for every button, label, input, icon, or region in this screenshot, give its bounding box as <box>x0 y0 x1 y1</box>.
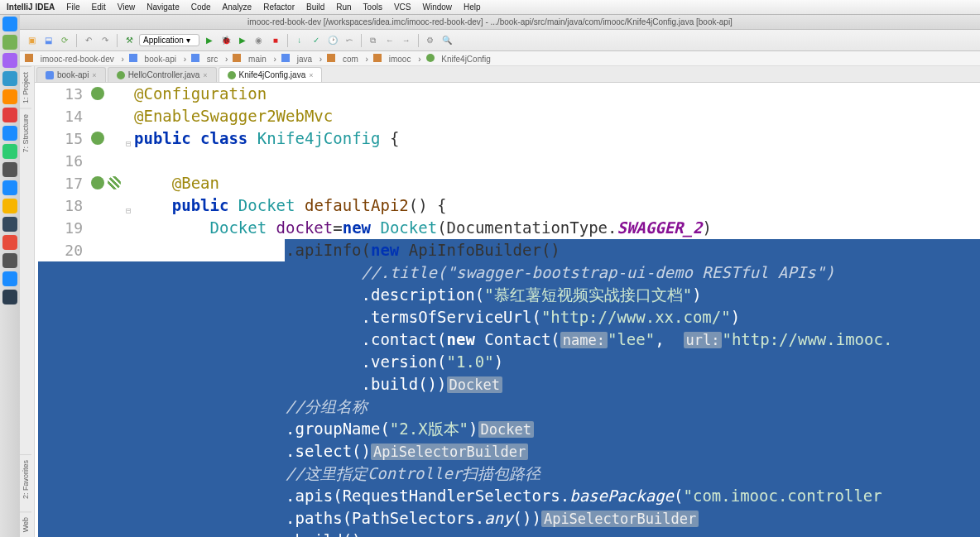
code-line[interactable] <box>134 150 980 172</box>
code-line[interactable]: @EnableSwagger2WebMvc <box>134 105 980 127</box>
sync-icon[interactable]: ⟳ <box>58 34 71 47</box>
dock-app-icon[interactable] <box>2 271 17 286</box>
dock-app-icon[interactable] <box>2 253 17 268</box>
code-line[interactable]: public class Knife4jConfig { <box>134 127 980 150</box>
run-icon[interactable]: ▶ <box>203 34 216 47</box>
code-line[interactable]: .termsOfServiceUrl("http://www.xx.com/") <box>134 306 980 328</box>
editor-tab-active[interactable]: Knife4jConfig.java× <box>219 67 323 82</box>
dock-app-icon[interactable] <box>2 162 17 177</box>
editor-tabs: book-api× HelloController.java× Knife4jC… <box>35 66 980 83</box>
search-icon[interactable]: 🔍 <box>440 34 454 47</box>
dock-app-icon[interactable] <box>2 199 17 213</box>
gutter-run-icon[interactable] <box>91 87 104 100</box>
menu-vcs[interactable]: VCS <box>394 2 411 12</box>
vcs-update-icon[interactable]: ↓ <box>293 34 306 47</box>
close-icon[interactable]: × <box>203 71 207 79</box>
menu-view[interactable]: View <box>118 2 136 12</box>
code-line[interactable]: .build())Docket <box>134 373 980 396</box>
dock-app-icon[interactable] <box>2 235 17 250</box>
close-icon[interactable]: × <box>92 71 96 79</box>
tab-project[interactable]: 1: Project <box>20 66 31 108</box>
gutter-run-icon[interactable] <box>108 176 121 189</box>
dock-app-icon[interactable] <box>2 71 17 86</box>
dock-app-icon[interactable] <box>2 217 17 232</box>
vcs-history-icon[interactable]: 🕑 <box>326 34 339 47</box>
menu-tools[interactable]: Tools <box>363 2 382 12</box>
bc-file[interactable]: Knife4jConfig <box>426 54 496 64</box>
code-line[interactable]: .paths(PathSelectors.any())ApiSelectorBu… <box>134 507 980 530</box>
menu-edit[interactable]: Edit <box>91 2 105 12</box>
editor-tab[interactable]: book-api× <box>36 67 106 82</box>
tab-web[interactable]: Web <box>20 511 31 537</box>
vcs-commit-icon[interactable]: ✓ <box>310 34 323 47</box>
vcs-revert-icon[interactable]: ⤺ <box>343 34 356 47</box>
code-line[interactable]: @Configuration <box>134 83 980 105</box>
code-line[interactable]: @Bean <box>134 172 980 194</box>
bc-src[interactable]: src › <box>191 54 228 64</box>
dock-app-icon[interactable] <box>2 180 17 195</box>
dock-app-icon[interactable] <box>2 53 17 68</box>
gutter-run-icon[interactable] <box>91 176 104 189</box>
code-line[interactable]: public Docket defaultApi2() { <box>134 194 980 217</box>
dock-app-icon[interactable] <box>2 108 17 122</box>
bc-main[interactable]: main › <box>233 54 276 64</box>
fold-indicator-icon[interactable]: ⊟ <box>126 199 132 222</box>
code-line[interactable]: .apis(RequestHandlerSelectors.basePackag… <box>134 485 980 507</box>
editor-tab[interactable]: HelloController.java× <box>108 67 217 82</box>
bc-imooc[interactable]: imooc › <box>373 54 421 64</box>
code-editor[interactable]: 1314151617181920212223242526272829303132… <box>35 83 980 537</box>
redo-icon[interactable]: ↷ <box>98 34 112 47</box>
menu-help[interactable]: Help <box>464 2 481 12</box>
code-line[interactable]: .description("慕红薯短视频实战接口文档") <box>134 284 980 306</box>
menu-build[interactable]: Build <box>306 2 324 12</box>
code-line[interactable]: //分组名称 <box>134 396 980 418</box>
dock-app-icon[interactable] <box>2 126 17 141</box>
stop-icon[interactable]: ■ <box>269 34 282 47</box>
close-icon[interactable]: × <box>309 71 313 79</box>
menu-analyze[interactable]: Analyze <box>223 2 252 12</box>
forward-icon[interactable]: → <box>400 34 413 47</box>
dock-app-icon[interactable] <box>2 17 17 31</box>
code-line[interactable]: .build(); <box>134 530 980 537</box>
menu-code[interactable]: Code <box>191 2 211 12</box>
menu-refactor[interactable]: Refactor <box>263 2 295 12</box>
dock-app-icon[interactable] <box>2 144 17 159</box>
code-line[interactable]: //这里指定Controller扫描包路径 <box>134 463 980 485</box>
save-icon[interactable]: ⬓ <box>41 34 55 47</box>
gutter-run-icon[interactable] <box>91 132 104 145</box>
code-line[interactable]: //.title("swagger-bootstrap-ui-demo REST… <box>134 261 980 284</box>
open-icon[interactable]: ▣ <box>25 34 38 47</box>
code-line[interactable]: .contact(new Contact(name:"lee", url:"ht… <box>134 328 980 351</box>
dock-app-icon[interactable] <box>2 290 17 304</box>
code-line[interactable]: Docket docket=new Docket(DocumentationTy… <box>134 217 980 239</box>
back-icon[interactable]: ← <box>383 34 396 47</box>
fold-indicator-icon[interactable]: ⊟ <box>126 132 132 155</box>
menu-window[interactable]: Window <box>423 2 453 12</box>
structure-icon[interactable]: ⧉ <box>367 34 380 47</box>
settings-icon[interactable]: ⚙ <box>424 34 437 47</box>
menu-run[interactable]: Run <box>336 2 351 12</box>
left-tool-window-bar: 1: Project 7: Structure 2: Favorites Web <box>20 66 35 537</box>
editor-tab-label: Knife4jConfig.java <box>239 70 306 79</box>
dock-app-icon[interactable] <box>2 35 17 50</box>
menu-file[interactable]: File <box>66 2 79 12</box>
window-title: imooc-red-book-dev [/workspaces/idea.imc… <box>0 15 980 30</box>
dock-app-icon[interactable] <box>2 89 17 104</box>
hammer-icon[interactable]: ⚒ <box>122 34 136 47</box>
profile-icon[interactable]: ◉ <box>252 34 266 47</box>
menu-navigate[interactable]: Navigate <box>147 2 179 12</box>
tab-structure[interactable]: 7: Structure <box>20 108 31 158</box>
code-line[interactable]: .version("1.0") <box>134 351 980 373</box>
coverage-icon[interactable]: ▶ <box>236 34 249 47</box>
run-config-selector[interactable]: Application ▾ <box>139 34 199 46</box>
bc-module[interactable]: book-api › <box>129 54 186 64</box>
bc-project[interactable]: imooc-red-book-dev › <box>25 54 124 64</box>
bc-com[interactable]: com › <box>327 54 368 64</box>
tab-favorites[interactable]: 2: Favorites <box>20 454 31 504</box>
code-line[interactable]: .groupName("2.X版本")Docket <box>134 418 980 440</box>
bc-java[interactable]: java › <box>281 54 322 64</box>
code-line[interactable]: .select()ApiSelectorBuilder <box>134 440 980 463</box>
undo-icon[interactable]: ↶ <box>82 34 95 47</box>
code-line[interactable]: .apiInfo(new ApiInfoBuilder() <box>134 239 980 261</box>
debug-icon[interactable]: 🐞 <box>219 34 233 47</box>
